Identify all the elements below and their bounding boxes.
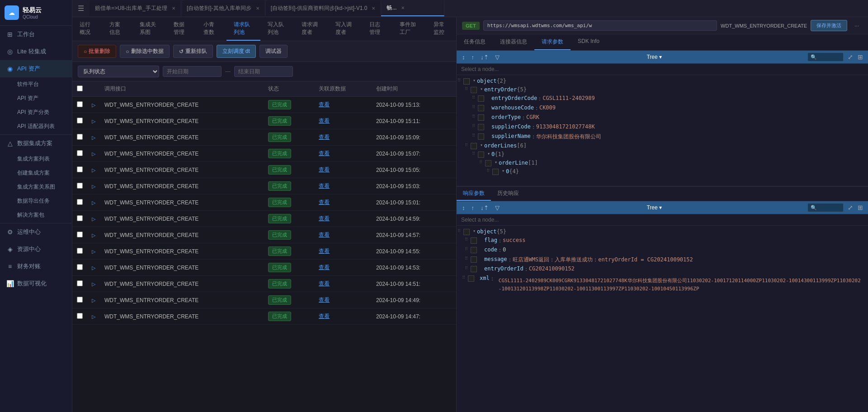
row-related[interactable]: 查看 — [314, 243, 372, 260]
tree-toggle[interactable]: ▾ — [493, 160, 499, 165]
sidebar-item-resources[interactable]: ◈ 资源中心 — [0, 241, 72, 258]
node-checkbox[interactable] — [478, 152, 484, 158]
node-checkbox[interactable] — [478, 95, 484, 102]
tree-node[interactable]: ⠿code ： 0 — [457, 246, 868, 255]
related-link[interactable]: 查看 — [319, 215, 330, 222]
sidebar-item-data-export[interactable]: 数据导出任务 — [13, 194, 72, 208]
row-checkbox-2[interactable] — [77, 134, 83, 140]
info-tab-task-info[interactable]: 任务信息 — [457, 34, 493, 50]
info-tab-connector-info[interactable]: 连接器信息 — [493, 34, 534, 50]
row-related[interactable]: 查看 — [314, 292, 372, 308]
fullscreen-btn[interactable]: ⊞ — [856, 53, 864, 61]
tab-3[interactable]: [自动签到]-供应商资料同步[kd->jst]-V1.0 ✕ — [265, 0, 382, 16]
tree-node[interactable]: ⠿xml ： CGSL1111-2402989CK009CGRK91330481… — [457, 274, 868, 295]
row-checkbox-12[interactable] — [77, 297, 83, 303]
sub-nav-item-integration-map[interactable]: 集成关系图 — [132, 17, 166, 41]
tree-node[interactable]: ⠿▾orderLines [6] — [457, 142, 868, 150]
tree-toggle[interactable]: ▾ — [500, 168, 506, 173]
collapse-btn[interactable]: ↑ — [470, 53, 476, 62]
queue-status-filter[interactable]: 队列状态 — [78, 66, 159, 77]
response-tab-response-params[interactable]: 响应参数 — [457, 187, 491, 201]
response-tab-history-response[interactable]: 历史响应 — [491, 187, 525, 201]
related-link[interactable]: 查看 — [319, 264, 330, 270]
tab-1-close[interactable]: ✕ — [172, 6, 175, 11]
delete-selected-button[interactable]: ○ 删除选中数据 — [120, 45, 169, 58]
save-activate-button[interactable]: 保存并激活 — [811, 20, 847, 31]
drag-handle[interactable]: ⠿ — [471, 151, 476, 156]
node-checkbox[interactable] — [471, 87, 477, 93]
sub-nav-item-data-management[interactable]: 数据管理 — [166, 17, 196, 41]
tree-node[interactable]: ⠿warehouseCode ： CK009 — [457, 104, 868, 113]
tree-toggle[interactable]: ▾ — [472, 78, 477, 83]
schedule-button[interactable]: 立刻调度 dt — [217, 45, 256, 58]
sidebar-item-workspace[interactable]: ⊞ 工作台 — [0, 26, 72, 43]
related-link[interactable]: 查看 — [319, 118, 330, 124]
tree-node[interactable]: ⠿message ： 旺店通WMS返回：入库单推送成功：entryOrderId… — [457, 255, 868, 265]
tree-node[interactable]: ⠿▾object {5} — [457, 227, 868, 236]
tree-node[interactable]: ⠿▾0 {4} — [457, 167, 868, 176]
row-checkbox-6[interactable] — [77, 199, 83, 205]
sub-nav-item-run-overview[interactable]: 运行概况 — [72, 17, 102, 41]
drag-handle[interactable]: ⠿ — [464, 142, 469, 147]
drag-handle[interactable]: ⠿ — [464, 246, 469, 251]
row-checkbox-13[interactable] — [77, 313, 83, 319]
row-related[interactable]: 查看 — [314, 113, 372, 129]
tree-node[interactable]: ⠿▾0 {1} — [457, 150, 868, 159]
sub-nav-item-request-queue[interactable]: 请求队列池 — [226, 17, 260, 41]
row-checkbox-0[interactable] — [77, 101, 83, 107]
related-link[interactable]: 查看 — [319, 166, 330, 173]
node-checkbox[interactable] — [468, 275, 474, 282]
resp-expand-btn[interactable]: ⤢ — [846, 204, 854, 211]
more-options-button[interactable]: ··· — [851, 21, 863, 31]
drag-handle[interactable]: ⠿ — [478, 160, 483, 165]
sub-nav-item-event-factory[interactable]: 事件加工厂 — [392, 17, 426, 41]
related-link[interactable]: 查看 — [319, 150, 330, 156]
start-date-input[interactable] — [163, 66, 222, 77]
tab-1[interactable]: 赔偿单=>U8-出库单_手工处理 ✕ — [90, 0, 181, 16]
tree-node[interactable]: ⠿flag ： success — [457, 236, 868, 246]
sidebar-item-solution-package[interactable]: 解决方案包 — [13, 208, 72, 222]
node-checkbox[interactable] — [478, 105, 484, 111]
related-link[interactable]: 查看 — [319, 248, 330, 254]
drag-handle[interactable]: ⠿ — [471, 104, 476, 109]
drag-handle[interactable]: ⠿ — [471, 114, 476, 119]
resp-filter-btn[interactable]: ▽ — [493, 204, 501, 212]
drag-handle[interactable]: ⠿ — [464, 237, 469, 242]
api-url-input[interactable] — [483, 20, 717, 31]
drag-handle[interactable]: ⠿ — [471, 95, 476, 100]
resp-expand-all-btn[interactable]: ↕ — [460, 204, 467, 212]
sidebar-item-create-integration[interactable]: 创建集成方案 — [13, 166, 72, 180]
related-link[interactable]: 查看 — [319, 313, 330, 319]
resp-fullscreen-btn[interactable]: ⊞ — [856, 204, 864, 211]
node-checkbox[interactable] — [485, 160, 491, 166]
sidebar-item-api-adapter[interactable]: API 适配器列表 — [13, 119, 72, 133]
row-checkbox-10[interactable] — [77, 264, 83, 270]
drag-handle[interactable]: ⠿ — [457, 78, 462, 83]
row-related[interactable]: 查看 — [314, 97, 372, 113]
request-tree-search[interactable] — [807, 52, 844, 62]
drag-handle[interactable]: ⠿ — [464, 256, 469, 261]
row-checkbox-11[interactable] — [77, 280, 83, 286]
tree-node[interactable]: ⠿▾entryOrder {5} — [457, 85, 868, 94]
tree-toggle[interactable]: ▾ — [472, 228, 477, 233]
tree-node[interactable]: ⠿supplierName ： 华尔科技集团股份有限公司 — [457, 132, 868, 142]
select-all-checkbox[interactable] — [77, 85, 83, 91]
related-link[interactable]: 查看 — [319, 134, 330, 140]
row-checkbox-9[interactable] — [77, 248, 83, 254]
sidebar-item-ops[interactable]: ⚙ 运维中心 — [0, 223, 72, 241]
expand-btn[interactable]: ⤢ — [846, 53, 854, 61]
end-date-input[interactable] — [234, 66, 293, 77]
sidebar-item-lite[interactable]: ◎ Lite 轻集成 — [0, 43, 72, 60]
row-related[interactable]: 查看 — [314, 146, 372, 162]
related-link[interactable]: 查看 — [319, 232, 330, 238]
resp-sort-btn[interactable]: ↓⇡ — [479, 204, 491, 212]
node-checkbox[interactable] — [471, 143, 477, 149]
info-tab-sdk-info[interactable]: SDK Info — [571, 34, 607, 50]
node-checkbox[interactable] — [478, 124, 484, 130]
tree-toggle[interactable]: ▾ — [486, 151, 491, 156]
node-checkbox[interactable] — [492, 169, 499, 175]
row-related[interactable]: 查看 — [314, 227, 372, 243]
node-checkbox[interactable] — [471, 237, 477, 244]
row-related[interactable]: 查看 — [314, 178, 372, 194]
node-checkbox[interactable] — [471, 256, 477, 263]
